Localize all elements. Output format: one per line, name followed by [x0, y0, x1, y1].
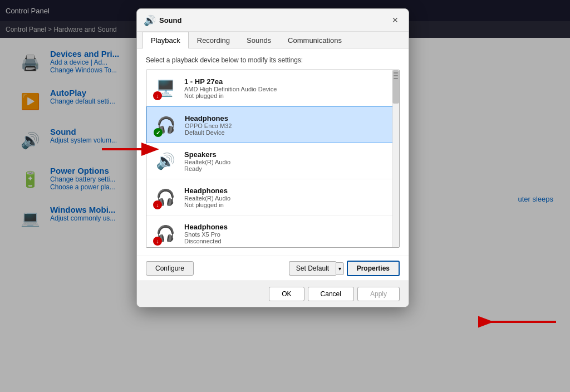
dialog-title: Sound: [159, 16, 181, 24]
footer-right: Set Default ▾ Properties: [289, 261, 400, 276]
device-headphones-realtek-badge: ↓: [153, 200, 162, 209]
dialog-tabs: Playback Recording Sounds Communications: [137, 32, 409, 48]
device-hp27ea-badge: ↓: [153, 91, 162, 100]
device-speakers-realtek[interactable]: 🔊 Speakers Realtek(R) Audio Ready: [146, 143, 399, 179]
ok-button[interactable]: OK: [269, 287, 304, 301]
set-default-dropdown[interactable]: ▾: [336, 262, 344, 275]
device-speakers-name: Speakers: [184, 150, 392, 159]
device-hp27ea[interactable]: 🖥️ ↓ 1 - HP 27ea AMD High Definition Aud…: [146, 70, 399, 106]
device-headphones-realtek-driver: Realtek(R) Audio: [184, 195, 392, 202]
dialog-footer-top: Configure Set Default ▾ Properties: [137, 256, 409, 281]
device-speakers-driver: Realtek(R) Audio: [184, 159, 392, 165]
device-shots-driver: Shots X5 Pro: [184, 231, 392, 238]
dialog-title-left: 🔊 Sound: [144, 14, 181, 26]
apply-button[interactable]: Apply: [357, 287, 400, 301]
device-headphones-shots[interactable]: 🎧 ↓ Headphones Shots X5 Pro Disconnected: [146, 215, 399, 248]
device-hp27ea-name: 1 - HP 27ea: [184, 77, 392, 86]
device-oppo-name: Headphones: [185, 114, 392, 122]
device-headphones-realtek-name: Headphones: [184, 187, 392, 195]
device-hp27ea-driver: AMD High Definition Audio Device: [184, 86, 392, 92]
dialog-instruction: Select a playback device below to modify…: [146, 56, 400, 64]
footer-left: Configure: [146, 261, 194, 276]
device-headphones-realtek-icon-wrap: 🎧 ↓: [153, 185, 178, 209]
tab-sounds[interactable]: Sounds: [238, 32, 279, 48]
cancel-button[interactable]: Cancel: [308, 287, 354, 301]
device-shots-badge: ↓: [153, 237, 162, 246]
dialog-body: Select a playback device below to modify…: [137, 48, 409, 256]
device-oppo-badge: ✓: [154, 128, 163, 137]
properties-button[interactable]: Properties: [347, 261, 400, 276]
device-headphones-oppo[interactable]: 🎧 ✓ Headphones OPPO Enco M32 Default Dev…: [146, 106, 399, 143]
device-hp27ea-icon-wrap: 🖥️ ↓: [153, 76, 178, 100]
device-speakers-status: Ready: [184, 165, 392, 172]
tab-playback[interactable]: Playback: [142, 32, 189, 48]
device-headphones-realtek-status: Not plugged in: [184, 202, 392, 208]
scroll-lines: [392, 70, 399, 81]
device-shots-name: Headphones: [184, 223, 392, 231]
scrollbar-thumb[interactable]: [392, 70, 399, 104]
device-headphones-realtek[interactable]: 🎧 ↓ Headphones Realtek(R) Audio Not plug…: [146, 179, 399, 215]
dialog-close-button[interactable]: ✕: [389, 13, 402, 27]
tab-communications[interactable]: Communications: [279, 32, 350, 48]
device-headphones-realtek-info: Headphones Realtek(R) Audio Not plugged …: [184, 187, 392, 208]
device-shots-status: Disconnected: [184, 238, 392, 244]
device-speakers-info: Speakers Realtek(R) Audio Ready: [184, 150, 392, 172]
device-shots-info: Headphones Shots X5 Pro Disconnected: [184, 223, 392, 244]
device-hp27ea-info: 1 - HP 27ea AMD High Definition Audio De…: [184, 77, 392, 99]
scroll-line-2: [394, 75, 398, 76]
set-default-button[interactable]: Set Default: [289, 261, 336, 276]
sound-dialog-icon: 🔊: [144, 14, 155, 26]
scrollbar-track[interactable]: [392, 70, 399, 247]
tab-recording[interactable]: Recording: [189, 32, 238, 48]
device-oppo-driver: OPPO Enco M32: [185, 122, 392, 129]
red-arrow-left: [99, 138, 160, 163]
device-oppo-status: Default Device: [185, 129, 392, 136]
dialog-footer-bottom: OK Cancel Apply: [137, 281, 409, 307]
device-hp27ea-status: Not plugged in: [184, 92, 392, 99]
scroll-line-1: [394, 72, 398, 74]
device-list: 🖥️ ↓ 1 - HP 27ea AMD High Definition Aud…: [146, 70, 400, 248]
device-shots-icon-wrap: 🎧 ↓: [153, 221, 178, 246]
scroll-line-3: [394, 78, 398, 79]
sound-dialog: 🔊 Sound ✕ Playback Recording Sounds Comm…: [136, 8, 409, 307]
dialog-titlebar: 🔊 Sound ✕: [137, 9, 409, 32]
device-oppo-icon-wrap: 🎧 ✓: [154, 112, 178, 137]
configure-button[interactable]: Configure: [146, 261, 194, 276]
device-oppo-info: Headphones OPPO Enco M32 Default Device: [185, 114, 392, 136]
red-arrow-right: [478, 311, 562, 335]
